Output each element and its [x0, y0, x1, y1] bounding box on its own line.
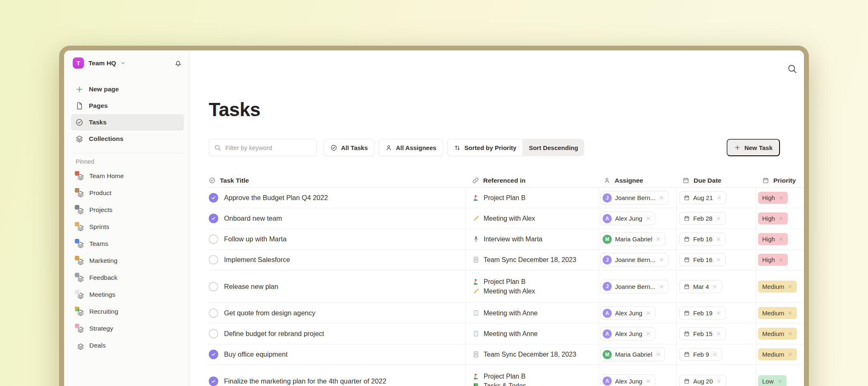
pinned-item-recruiting[interactable]: Recruiting — [71, 303, 184, 320]
remove-due-date-icon[interactable] — [716, 310, 721, 316]
priority-pill[interactable]: High — [758, 254, 788, 266]
remove-due-date-icon[interactable] — [712, 284, 718, 289]
assignee-pill[interactable]: M Maria Gabriel — [600, 348, 665, 361]
remove-priority-icon[interactable] — [787, 352, 793, 357]
remove-assignee-icon[interactable] — [659, 257, 664, 262]
remove-priority-icon[interactable] — [778, 216, 784, 221]
priority-pill[interactable]: Low — [758, 375, 787, 386]
priority-pill[interactable]: Medium — [758, 307, 797, 319]
assignee-pill[interactable]: A Alex Jung — [600, 327, 655, 341]
sidebar-item-new-page[interactable]: New page — [71, 81, 184, 98]
remove-priority-icon[interactable] — [778, 236, 784, 242]
due-date-pill[interactable]: Mar 4 — [679, 280, 722, 293]
sidebar-item-tasks[interactable]: Tasks — [71, 114, 184, 131]
reference-item[interactable]: Team Sync December 18, 2023 — [472, 256, 576, 264]
remove-assignee-icon[interactable] — [646, 331, 651, 336]
remove-assignee-icon[interactable] — [659, 284, 664, 289]
remove-priority-icon[interactable] — [778, 195, 784, 200]
due-date-pill[interactable]: Feb 9 — [679, 348, 722, 361]
priority-pill[interactable]: Medium — [758, 348, 797, 360]
task-checkbox[interactable] — [209, 376, 218, 386]
task-checkbox[interactable] — [209, 193, 218, 203]
reference-item[interactable]: Project Plan B — [472, 373, 525, 380]
remove-assignee-icon[interactable] — [659, 195, 664, 200]
assignee-pill[interactable]: M Maria Gabriel — [600, 232, 665, 246]
task-checkbox[interactable] — [209, 350, 218, 359]
task-checkbox[interactable] — [209, 255, 218, 264]
assignee-pill[interactable]: J Joanne Bern... — [600, 253, 668, 267]
pinned-item-product[interactable]: Product — [71, 184, 184, 201]
sidebar-item-pages[interactable]: Pages — [71, 98, 184, 114]
new-task-button[interactable]: New Task — [727, 139, 780, 156]
reference-item[interactable]: Meeting with Anne — [472, 330, 538, 338]
workspace-switcher[interactable]: T Team HQ — [71, 57, 184, 69]
remove-assignee-icon[interactable] — [656, 352, 661, 357]
reference-item[interactable]: Meeting with Alex — [472, 288, 535, 295]
due-date-pill[interactable]: Feb 28 — [679, 212, 726, 225]
notifications-bell-icon[interactable] — [174, 59, 182, 67]
column-header-priority[interactable]: Priority — [756, 177, 804, 184]
pinned-item-sprints[interactable]: Sprints — [71, 218, 184, 235]
sorted-by-button[interactable]: Sorted by Priority — [447, 139, 523, 156]
reference-item[interactable]: Meeting with Anne — [472, 310, 538, 317]
pinned-item-teams[interactable]: Teams — [71, 235, 184, 252]
pinned-item-marketing[interactable]: Marketing — [71, 252, 184, 269]
priority-pill[interactable]: High — [758, 212, 788, 224]
task-checkbox[interactable] — [209, 214, 218, 223]
column-header-assignee[interactable]: Assignee — [599, 177, 676, 184]
task-checkbox[interactable] — [209, 329, 218, 338]
remove-assignee-icon[interactable] — [646, 216, 651, 221]
assignee-pill[interactable]: J Joanne Bern... — [600, 191, 668, 205]
remove-due-date-icon[interactable] — [716, 195, 722, 200]
search-icon[interactable] — [787, 64, 797, 74]
sort-direction-button[interactable]: Sort Descending — [523, 139, 584, 156]
column-header-task-title[interactable]: Task Title — [209, 177, 465, 184]
reference-item[interactable]: Team Sync December 18, 2023 — [472, 351, 576, 358]
all-tasks-filter-button[interactable]: All Tasks — [324, 139, 374, 156]
assignee-pill[interactable]: A Alex Jung — [600, 306, 655, 320]
reference-item[interactable]: Interview with Marta — [472, 236, 542, 243]
pinned-item-projects[interactable]: Projects — [71, 201, 184, 218]
keyword-filter-input[interactable] — [225, 144, 312, 151]
due-date-pill[interactable]: Aug 21 — [679, 191, 726, 204]
column-header-due-date[interactable]: Due Date — [676, 177, 756, 184]
priority-pill[interactable]: Medium — [758, 281, 797, 293]
remove-priority-icon[interactable] — [787, 284, 793, 289]
task-checkbox[interactable] — [209, 234, 218, 244]
remove-due-date-icon[interactable] — [716, 331, 721, 336]
due-date-pill[interactable]: Feb 16 — [679, 233, 726, 245]
remove-due-date-icon[interactable] — [716, 257, 721, 262]
assignee-pill[interactable]: A Alex Jung — [600, 374, 655, 386]
pinned-item-meetings[interactable]: Meetings — [71, 286, 184, 303]
pinned-item-strategy[interactable]: Strategy — [71, 320, 184, 337]
sidebar-item-collections[interactable]: Collections — [71, 131, 184, 147]
pinned-item-feedback[interactable]: Feedback — [71, 269, 184, 286]
reference-item[interactable]: Meeting with Alex — [472, 215, 535, 222]
pinned-item-team-home[interactable]: Team Home — [71, 167, 184, 184]
priority-pill[interactable]: High — [758, 192, 788, 204]
pinned-item-deals[interactable]: Deals — [71, 337, 184, 354]
remove-due-date-icon[interactable] — [712, 352, 718, 357]
reference-item[interactable]: Project Plan B — [472, 278, 525, 286]
priority-pill[interactable]: Medium — [758, 328, 797, 340]
task-checkbox[interactable] — [209, 308, 218, 318]
reference-item[interactable]: Tasks & Todos — [472, 382, 526, 386]
remove-due-date-icon[interactable] — [716, 379, 722, 384]
reference-item[interactable]: Project Plan B — [472, 194, 525, 202]
due-date-pill[interactable]: Aug 20 — [679, 375, 726, 386]
remove-priority-icon[interactable] — [787, 331, 793, 336]
remove-assignee-icon[interactable] — [656, 236, 661, 242]
remove-due-date-icon[interactable] — [716, 236, 721, 242]
remove-due-date-icon[interactable] — [716, 216, 721, 221]
priority-pill[interactable]: High — [758, 233, 788, 245]
all-assignees-filter-button[interactable]: All Assignees — [379, 139, 443, 156]
remove-priority-icon[interactable] — [778, 257, 784, 262]
assignee-pill[interactable]: J Joanne Bern... — [600, 280, 668, 293]
due-date-pill[interactable]: Feb 16 — [679, 253, 726, 266]
due-date-pill[interactable]: Feb 15 — [679, 327, 726, 340]
remove-priority-icon[interactable] — [777, 379, 782, 384]
remove-priority-icon[interactable] — [787, 310, 793, 316]
remove-assignee-icon[interactable] — [646, 379, 651, 384]
remove-assignee-icon[interactable] — [646, 310, 651, 316]
due-date-pill[interactable]: Feb 19 — [679, 307, 726, 319]
